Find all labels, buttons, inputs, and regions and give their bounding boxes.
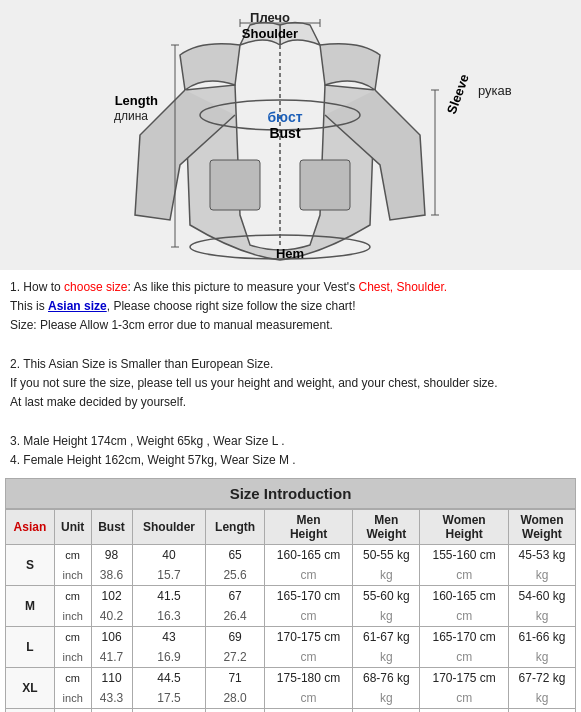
desc-line-3: Size: Please Allow 1-3cm error due to ma… xyxy=(10,316,571,335)
desc-line-9: 3. Male Height 174cm , Weight 65kg , Wea… xyxy=(10,432,571,451)
data-inch-cell: cm xyxy=(264,606,353,627)
svg-text:Bust: Bust xyxy=(269,125,300,141)
data-cell: 160-165 cm xyxy=(264,544,353,565)
data-inch-cell: cm xyxy=(420,565,509,586)
jacket-diagram: Плечо Shoulder Length длина бюст Bust Sl… xyxy=(0,0,581,270)
data-inch-cell: 26.4 xyxy=(206,606,264,627)
size-label-cell: L xyxy=(6,626,55,667)
data-inch-cell: kg xyxy=(353,565,420,586)
svg-text:Плечо: Плечо xyxy=(250,10,290,25)
data-cell: 110 xyxy=(91,667,132,688)
data-cell: 180-187 cm xyxy=(264,708,353,712)
data-cell: 73-80 kg xyxy=(508,708,575,712)
svg-text:Length: Length xyxy=(115,93,158,108)
unit-cm-cell: cm xyxy=(54,626,91,647)
size-section: Size Introduction Asian Unit Bust Should… xyxy=(0,478,581,712)
header-men-weight: MenWeight xyxy=(353,509,420,544)
header-length: Length xyxy=(206,509,264,544)
diagram-section: Плечо Shoulder Length длина бюст Bust Sl… xyxy=(0,0,581,270)
asian-size-text: Asian size xyxy=(48,299,107,313)
size-table-title: Size Introduction xyxy=(5,478,576,509)
chest-shoulder-text: Chest, Shoulder. xyxy=(358,280,447,294)
data-inch-cell: cm xyxy=(264,647,353,668)
data-inch-cell: cm xyxy=(420,688,509,709)
data-cell: 73 xyxy=(206,708,264,712)
data-cell: 170-175 cm xyxy=(420,667,509,688)
unit-inch-cell: inch xyxy=(54,688,91,709)
unit-cm-cell: cm xyxy=(54,585,91,606)
desc-line-2: This is Asian size, Please choose right … xyxy=(10,297,571,316)
table-row-inch: inch43.317.528.0cmkgcmkg xyxy=(6,688,576,709)
data-cell: 61-67 kg xyxy=(353,626,420,647)
header-bust: Bust xyxy=(91,509,132,544)
data-cell: 67 xyxy=(206,585,264,606)
header-shoulder: Shoulder xyxy=(132,509,206,544)
desc-line-1: 1. How to choose size: As like this pict… xyxy=(10,278,571,297)
data-inch-cell: 40.2 xyxy=(91,606,132,627)
data-cell: 77-85 kg xyxy=(353,708,420,712)
unit-inch-cell: inch xyxy=(54,606,91,627)
description-section: 1. How to choose size: As like this pict… xyxy=(0,270,581,478)
data-cell: 44.5 xyxy=(132,667,206,688)
data-inch-cell: kg xyxy=(353,606,420,627)
data-cell: 67-72 kg xyxy=(508,667,575,688)
unit-cm-cell: cm xyxy=(54,708,91,712)
data-inch-cell: cm xyxy=(264,688,353,709)
data-inch-cell: 43.3 xyxy=(91,688,132,709)
data-inch-cell: 16.3 xyxy=(132,606,206,627)
data-inch-cell: cm xyxy=(264,565,353,586)
svg-rect-2 xyxy=(210,160,260,210)
data-cell: 114 xyxy=(91,708,132,712)
unit-inch-cell: inch xyxy=(54,565,91,586)
data-inch-cell: kg xyxy=(353,647,420,668)
data-inch-cell: 25.6 xyxy=(206,565,264,586)
header-men-height: MenHeight xyxy=(264,509,353,544)
header-women-height: WomenHeight xyxy=(420,509,509,544)
header-asian: Asian xyxy=(6,509,55,544)
data-cell: 155-160 cm xyxy=(420,544,509,565)
table-row: XXLcm1144673180-187 cm77-85 kg175-180 cm… xyxy=(6,708,576,712)
table-row-inch: inch41.716.927.2cmkgcmkg xyxy=(6,647,576,668)
data-inch-cell: kg xyxy=(508,565,575,586)
header-women-weight: WomenWeight xyxy=(508,509,575,544)
data-inch-cell: kg xyxy=(353,688,420,709)
unit-cm-cell: cm xyxy=(54,667,91,688)
data-cell: 175-180 cm xyxy=(264,667,353,688)
data-inch-cell: cm xyxy=(420,606,509,627)
data-inch-cell: 15.7 xyxy=(132,565,206,586)
desc-line-7: At last make decided by yourself. xyxy=(10,393,571,412)
data-cell: 160-165 cm xyxy=(420,585,509,606)
data-cell: 45-53 kg xyxy=(508,544,575,565)
data-cell: 68-76 kg xyxy=(353,667,420,688)
data-inch-cell: cm xyxy=(420,647,509,668)
data-cell: 50-55 kg xyxy=(353,544,420,565)
data-cell: 175-180 cm xyxy=(420,708,509,712)
data-inch-cell: 27.2 xyxy=(206,647,264,668)
data-inch-cell: 41.7 xyxy=(91,647,132,668)
data-cell: 71 xyxy=(206,667,264,688)
table-row-inch: inch40.216.326.4cmkgcmkg xyxy=(6,606,576,627)
choose-size-text: choose size xyxy=(64,280,127,294)
data-cell: 65 xyxy=(206,544,264,565)
data-inch-cell: 38.6 xyxy=(91,565,132,586)
data-inch-cell: 17.5 xyxy=(132,688,206,709)
table-header-row: Asian Unit Bust Shoulder Length MenHeigh… xyxy=(6,509,576,544)
data-inch-cell: 28.0 xyxy=(206,688,264,709)
data-cell: 69 xyxy=(206,626,264,647)
data-cell: 106 xyxy=(91,626,132,647)
data-cell: 61-66 kg xyxy=(508,626,575,647)
data-cell: 40 xyxy=(132,544,206,565)
desc-line-5: 2. This Asian Size is Smaller than Europ… xyxy=(10,355,571,374)
data-cell: 46 xyxy=(132,708,206,712)
data-cell: 170-175 cm xyxy=(264,626,353,647)
data-inch-cell: 16.9 xyxy=(132,647,206,668)
svg-text:рукав: рукав xyxy=(478,83,512,98)
svg-rect-3 xyxy=(300,160,350,210)
data-cell: 102 xyxy=(91,585,132,606)
table-row: XLcm11044.571175-180 cm68-76 kg170-175 c… xyxy=(6,667,576,688)
data-cell: 54-60 kg xyxy=(508,585,575,606)
svg-text:Hem: Hem xyxy=(276,246,304,261)
header-unit: Unit xyxy=(54,509,91,544)
unit-cm-cell: cm xyxy=(54,544,91,565)
data-cell: 55-60 kg xyxy=(353,585,420,606)
